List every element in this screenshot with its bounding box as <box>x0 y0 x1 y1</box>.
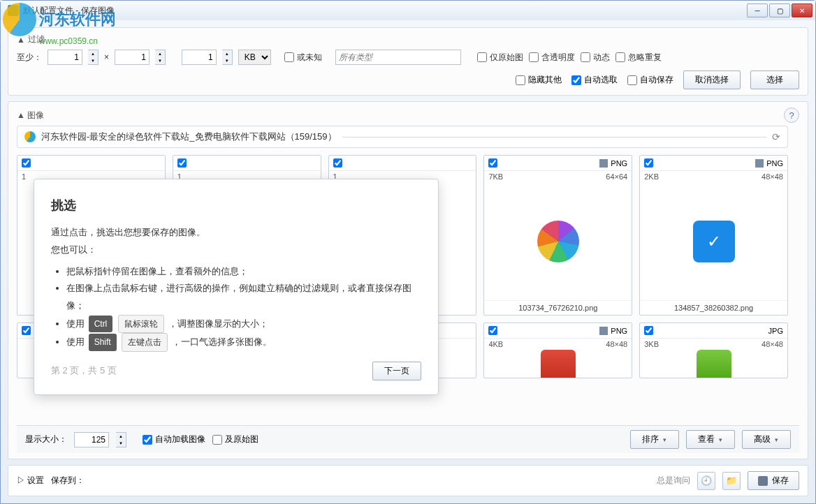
next-page-button[interactable]: 下一页 <box>372 362 421 380</box>
sort-button[interactable]: 排序 <box>630 430 679 449</box>
image-card[interactable]: JPG 3KB48×48 <box>639 323 788 378</box>
format-icon <box>599 327 608 335</box>
always-ask-label: 总是询问 <box>657 475 690 487</box>
tutorial-popup: 挑选 通过点击，挑选出您想要保存的图像。 您也可以： 把鼠标指针停留在图像上，查… <box>34 179 439 395</box>
thumbnail <box>537 221 579 262</box>
popup-bullet: 使用 Ctrl 鼠标滚轮 ，调整图像显示的大小； <box>66 315 421 334</box>
titlebar: 默认配置文件 - 保存图像 ─ ▢ ✕ <box>1 1 815 20</box>
popup-line1: 通过点击，挑选出您想要保存的图像。 <box>51 224 421 242</box>
close-button[interactable]: ✕ <box>792 3 813 17</box>
animated-checkbox[interactable]: 动态 <box>581 52 610 64</box>
popup-bullet: 在图像上点击鼠标右键，进行高级的操作，例如建立精确的过滤规则，或者直接保存图像； <box>66 280 421 314</box>
popup-bullet: 把鼠标指针停留在图像上，查看额外的信息； <box>66 263 421 281</box>
thumbnail <box>541 350 576 378</box>
transparent-checkbox[interactable]: 含透明度 <box>529 52 575 64</box>
popup-line2: 您也可以： <box>51 242 421 259</box>
ignore-dup-checkbox[interactable]: 忽略重复 <box>615 52 662 64</box>
display-size-label: 显示大小： <box>25 433 67 445</box>
kbd-key: 鼠标滚轮 <box>118 315 164 334</box>
min-width-input[interactable] <box>48 50 82 65</box>
source-title: 河东软件园-最安全的绿色软件下载站_免费电脑软件下载网站（159/159） <box>41 131 337 143</box>
popup-bullet: 使用 Shift 左键点击 ，一口气选择多张图像。 <box>66 333 421 352</box>
filename: 134857_38260382.png <box>640 300 787 315</box>
or-unknown-checkbox[interactable]: 或未知 <box>284 52 322 64</box>
format-icon <box>755 159 764 168</box>
filter-panel: ▲ 过滤 至少： ▲▼ × ▲▼ ▲▼ KB 或未知 仅原始图 含透明度 <box>8 27 808 96</box>
zoom-input[interactable] <box>74 432 109 447</box>
kbd-key: Ctrl <box>89 316 113 333</box>
deselect-button[interactable]: 取消选择 <box>683 71 741 89</box>
settings-label: ▷ 设置 <box>17 475 44 487</box>
spin-up[interactable]: ▲ <box>88 50 98 57</box>
auto-save-checkbox[interactable]: 自动保存 <box>627 74 673 86</box>
save-icon <box>758 476 768 486</box>
atleast-label: 至少： <box>17 52 42 64</box>
save-button[interactable]: 保存 <box>748 471 799 490</box>
maximize-button[interactable]: ▢ <box>769 3 790 17</box>
popup-title: 挑选 <box>51 193 421 217</box>
popup-page-indicator: 第 2 页，共 5 页 <box>51 362 117 380</box>
image-card[interactable]: PNG 2KB48×48 134857_38260382.png <box>639 155 788 316</box>
settings-bar: ▷ 设置 保存到： 总是询问 🕘 📁 保存 <box>8 465 808 496</box>
hide-others-checkbox[interactable]: 隐藏其他 <box>516 74 562 86</box>
card-checkbox[interactable] <box>644 158 653 168</box>
view-button[interactable]: 查看 <box>686 430 735 449</box>
auto-load-checkbox[interactable]: 自动加载图像 <box>143 433 205 445</box>
advanced-button[interactable]: 高级 <box>742 430 791 449</box>
filename: 103734_76726210.png <box>484 300 632 315</box>
reload-icon[interactable]: ⟳ <box>772 131 780 142</box>
size-unit-select[interactable]: KB <box>238 50 271 65</box>
thumbnail <box>693 221 735 262</box>
kbd-key: 左键点击 <box>122 333 168 352</box>
source-icon <box>24 131 36 142</box>
window-title: 默认配置文件 - 保存图像 <box>23 5 747 17</box>
kbd-key: Shift <box>89 334 117 351</box>
min-height-input[interactable] <box>115 50 150 65</box>
history-icon-button[interactable]: 🕘 <box>697 472 715 490</box>
help-button[interactable]: ? <box>784 108 799 123</box>
images-header: ▲ 图像 <box>17 110 44 121</box>
types-input[interactable] <box>335 50 461 65</box>
minimize-button[interactable]: ─ <box>747 3 768 17</box>
filter-header: ▲ 过滤 <box>17 34 799 45</box>
original-only-checkbox[interactable]: 仅原始图 <box>477 52 523 64</box>
app-icon <box>8 5 19 16</box>
save-to-label: 保存到： <box>51 475 85 487</box>
image-toolbar: 显示大小： ▲▼ 自动加载图像 及原始图 排序 查看 高级 <box>17 425 799 453</box>
spin-down[interactable]: ▼ <box>88 57 98 64</box>
format-icon <box>599 159 608 168</box>
auto-select-checkbox[interactable]: 自动选取 <box>571 74 618 86</box>
min-size-input[interactable] <box>182 50 217 65</box>
popup-bullets: 把鼠标指针停留在图像上，查看额外的信息；在图像上点击鼠标右键，进行高级的操作，例… <box>51 263 421 353</box>
image-source-row: 河东软件园-最安全的绿色软件下载站_免费电脑软件下载网站（159/159） ⟳ <box>17 126 788 148</box>
image-card[interactable]: PNG 7KB64×64 103734_76726210.png <box>483 155 632 316</box>
thumbnail <box>697 350 731 378</box>
folder-icon-button[interactable]: 📁 <box>722 472 741 490</box>
select-button[interactable]: 选择 <box>750 71 799 89</box>
and-original-checkbox[interactable]: 及原始图 <box>212 433 258 445</box>
image-card[interactable]: PNG 4KB48×48 <box>483 323 632 378</box>
card-checkbox[interactable] <box>488 158 497 168</box>
